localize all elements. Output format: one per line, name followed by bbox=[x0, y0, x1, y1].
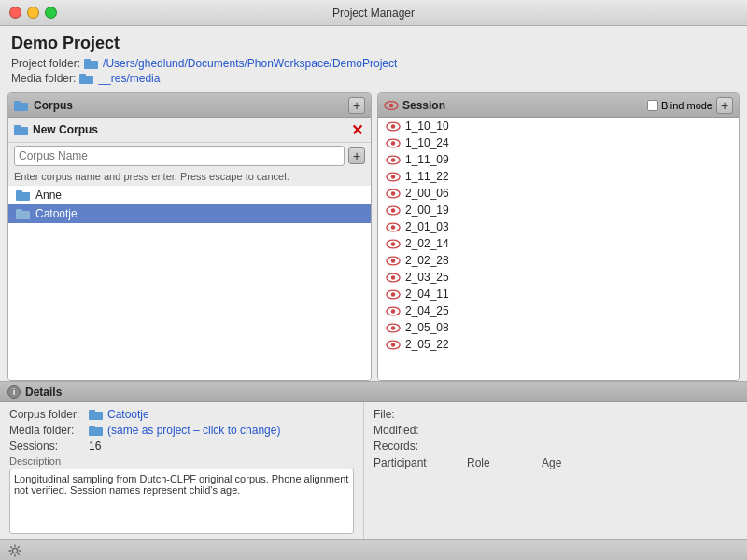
session-header-right: Blind mode + bbox=[647, 97, 733, 114]
session-eye-icon-11 bbox=[386, 287, 401, 301]
maximize-button[interactable] bbox=[45, 7, 57, 19]
corpus-add-button[interactable]: + bbox=[348, 97, 365, 114]
minimize-button[interactable] bbox=[27, 7, 39, 19]
session-add-button[interactable]: + bbox=[716, 97, 733, 114]
new-corpus-close-button[interactable]: ✕ bbox=[348, 121, 365, 138]
session-item-3[interactable]: 1_11_09 bbox=[378, 151, 739, 168]
svg-point-31 bbox=[391, 259, 395, 262]
session-eye-icon-8 bbox=[386, 237, 401, 250]
th-age: Age bbox=[542, 456, 588, 469]
svg-point-27 bbox=[391, 225, 395, 229]
panels-row: Corpus + New Corpus ✕ + En bbox=[0, 92, 747, 381]
participant-table-header: Participant Role Age bbox=[374, 456, 738, 469]
details-corpus-folder-row: Corpus folder: Catootje bbox=[9, 408, 354, 421]
svg-rect-11 bbox=[16, 209, 22, 212]
svg-point-15 bbox=[391, 124, 395, 128]
blind-mode-checkbox[interactable] bbox=[647, 100, 658, 111]
svg-rect-42 bbox=[89, 412, 103, 420]
window-title: Project Manager bbox=[332, 7, 415, 20]
blind-mode-label: Blind mode bbox=[661, 100, 712, 111]
session-item-13[interactable]: 2_05_08 bbox=[378, 319, 739, 336]
svg-rect-43 bbox=[89, 410, 95, 413]
session-item-1[interactable]: 1_10_10 bbox=[378, 118, 739, 134]
corpus-name-confirm-button[interactable]: + bbox=[348, 147, 365, 164]
details-media-folder-row: Media folder: (same as project – click t… bbox=[9, 424, 354, 437]
details-info-icon: i bbox=[7, 385, 21, 399]
svg-point-35 bbox=[391, 292, 395, 296]
details-records-label: Records: bbox=[374, 440, 453, 453]
session-eye-icon-5 bbox=[386, 187, 401, 200]
th-role: Role bbox=[467, 456, 532, 469]
blind-mode-toggle[interactable]: Blind mode bbox=[647, 100, 712, 111]
details-file-label: File: bbox=[374, 408, 453, 421]
session-eye-icon-13 bbox=[386, 321, 401, 334]
session-eye-icon-12 bbox=[386, 304, 401, 317]
details-sessions-value: 16 bbox=[89, 440, 101, 453]
svg-rect-4 bbox=[14, 103, 28, 111]
session-panel-title: Session bbox=[402, 99, 647, 112]
session-eye-icon-7 bbox=[386, 220, 401, 233]
title-bar: Project Manager bbox=[0, 0, 747, 26]
svg-point-41 bbox=[391, 343, 395, 346]
session-item-14[interactable]: 2_05_22 bbox=[378, 336, 739, 353]
session-item-5[interactable]: 2_00_06 bbox=[378, 185, 739, 202]
session-panel: Session Blind mode + bbox=[377, 92, 740, 381]
corpus-name-input[interactable] bbox=[14, 146, 345, 166]
session-eye-icon-2 bbox=[386, 136, 401, 149]
session-item-10[interactable]: 2_03_25 bbox=[378, 269, 739, 286]
svg-point-21 bbox=[391, 175, 395, 178]
session-item-2[interactable]: 1_10_24 bbox=[378, 134, 739, 151]
project-folder-row: Project folder: /Users/ghedlund/Document… bbox=[11, 57, 736, 70]
session-item-9[interactable]: 2_02_28 bbox=[378, 252, 739, 269]
details-modified-label: Modified: bbox=[374, 424, 453, 437]
session-header-left: Session bbox=[384, 99, 647, 112]
th-participant: Participant bbox=[374, 456, 458, 469]
details-body: Corpus folder: Catootje Media folder: bbox=[0, 402, 747, 539]
window-controls bbox=[9, 7, 57, 19]
details-modified-row: Modified: bbox=[374, 424, 738, 437]
svg-point-29 bbox=[391, 242, 395, 245]
media-folder-icon bbox=[79, 73, 94, 84]
project-folder-label: Project folder: bbox=[11, 57, 80, 70]
details-corpus-folder-link[interactable]: Catootje bbox=[107, 408, 149, 421]
details-sessions-label: Sessions: bbox=[9, 440, 89, 453]
corpus-hint-text: Enter corpus name and press enter. Press… bbox=[8, 169, 371, 186]
corpus-list: Anne Catootje bbox=[8, 186, 371, 380]
session-item-7[interactable]: 2_01_03 bbox=[378, 218, 739, 235]
session-item-4[interactable]: 1_11_22 bbox=[378, 168, 739, 185]
corpus-item-anne[interactable]: Anne bbox=[8, 186, 371, 204]
svg-rect-8 bbox=[16, 192, 30, 201]
details-media-folder-link[interactable]: (same as project – click to change) bbox=[107, 424, 280, 437]
session-eye-icon-6 bbox=[386, 203, 401, 217]
svg-rect-1 bbox=[84, 59, 91, 62]
details-corpus-folder-label: Corpus folder: bbox=[9, 408, 89, 421]
header-area: Demo Project Project folder: /Users/ghed… bbox=[0, 26, 747, 92]
session-item-11[interactable]: 2_04_11 bbox=[378, 286, 739, 302]
close-button[interactable] bbox=[9, 7, 21, 19]
corpus-folder-icon bbox=[14, 100, 29, 111]
new-corpus-row: New Corpus ✕ bbox=[8, 118, 371, 143]
svg-rect-3 bbox=[79, 74, 86, 77]
corpus-item-anne-label: Anne bbox=[35, 189, 62, 202]
details-right: File: Modified: Records: Participant Rol… bbox=[364, 402, 747, 539]
svg-point-19 bbox=[391, 158, 395, 161]
session-item-6[interactable]: 2_00_19 bbox=[378, 202, 739, 218]
svg-rect-6 bbox=[14, 127, 28, 135]
media-folder-path[interactable]: __res/media bbox=[98, 72, 160, 85]
svg-point-23 bbox=[391, 191, 395, 195]
svg-rect-44 bbox=[89, 427, 103, 436]
session-eye-icon bbox=[384, 99, 399, 112]
settings-gear-button[interactable] bbox=[7, 543, 22, 558]
details-records-row: Records: bbox=[374, 440, 738, 453]
details-file-row: File: bbox=[374, 408, 738, 421]
project-folder-path[interactable]: /Users/ghedlund/Documents/PhonWorkspace/… bbox=[103, 57, 397, 70]
corpus-item-catootje[interactable]: Catootje bbox=[8, 204, 371, 223]
project-title: Demo Project bbox=[11, 34, 736, 53]
session-item-12[interactable]: 2_04_25 bbox=[378, 302, 739, 319]
status-bar bbox=[0, 539, 747, 560]
svg-point-25 bbox=[391, 208, 395, 212]
corpus-panel-title: Corpus bbox=[34, 99, 348, 112]
session-item-8[interactable]: 2_02_14 bbox=[378, 235, 739, 252]
session-eye-icon-10 bbox=[386, 271, 401, 284]
media-folder-row: Media folder: __res/media bbox=[11, 72, 736, 85]
